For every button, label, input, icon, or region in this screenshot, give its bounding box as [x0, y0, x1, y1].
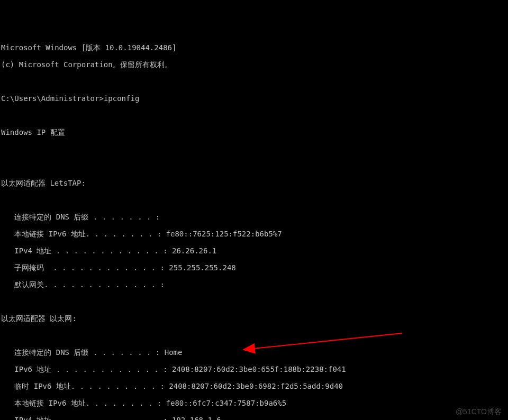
adapter-row: 连接特定的 DNS 后缀 . . . . . . . :: [1, 213, 508, 221]
adapter-row: IPv4 地址 . . . . . . . . . . . . : 192.16…: [1, 416, 508, 420]
row-label: 连接特定的 DNS 后缀 . . . . . . . :: [1, 213, 160, 221]
row-value: fe80::7625:125:f522:b6b5%7: [161, 230, 282, 238]
row-label: IPv4 地址 . . . . . . . . . . . . :: [1, 416, 168, 420]
adapter-row: 本地链接 IPv6 地址. . . . . . . . : fe80::7625…: [1, 230, 508, 238]
row-label: IPv6 地址 . . . . . . . . . . . . :: [1, 365, 168, 373]
ipconfig-title: Windows IP 配置: [1, 128, 508, 136]
adapter-row: 连接特定的 DNS 后缀 . . . . . . . : Home: [1, 348, 508, 357]
adapter-row: IPv6 地址 . . . . . . . . . . . . : 2408:8…: [1, 365, 508, 373]
adapter-row: 默认网关. . . . . . . . . . . . . :: [1, 280, 508, 289]
terminal-output[interactable]: Microsoft Windows [版本 10.0.19044.2486] (…: [0, 34, 508, 420]
row-label: 临时 IPv6 地址. . . . . . . . . . :: [1, 382, 165, 390]
row-value: 2408:8207:60d2:3be0:6982:f2d5:5add:9d40: [165, 382, 343, 390]
prompt-path: C:\Users\Administrator>: [1, 94, 104, 103]
blank: [1, 331, 508, 340]
row-value: 192.168.1.6: [168, 416, 221, 420]
header-copyright: (c) Microsoft Corporation。保留所有权利。: [1, 60, 508, 69]
adapter-row: 本地链接 IPv6 地址. . . . . . . . : fe80::6fc7…: [1, 399, 508, 407]
row-value: 26.26.26.1: [168, 246, 217, 255]
row-value: fe80::6fc7:c347:7587:b9a6%5: [161, 399, 286, 407]
header-version: Microsoft Windows [版本 10.0.19044.2486]: [1, 43, 508, 52]
command-text: ipconfig: [104, 94, 139, 103]
row-value: 255.255.255.248: [165, 263, 236, 272]
row-label: 连接特定的 DNS 后缀 . . . . . . . :: [1, 348, 160, 357]
watermark-text: @51CTO博客: [456, 407, 502, 416]
adapter-row: 子网掩码 . . . . . . . . . . . . : 255.255.2…: [1, 263, 508, 272]
adapter-title: 以太网适配器 以太网:: [1, 314, 508, 323]
adapter-row: 临时 IPv6 地址. . . . . . . . . . : 2408:820…: [1, 382, 508, 390]
blank: [1, 111, 508, 120]
blank: [1, 196, 508, 204]
adapter-title: 以太网适配器 LetsTAP:: [1, 179, 508, 187]
row-label: 子网掩码 . . . . . . . . . . . . :: [1, 263, 165, 272]
adapter-row: IPv4 地址 . . . . . . . . . . . . : 26.26.…: [1, 246, 508, 255]
row-value: 2408:8207:60d2:3be0:655f:188b:2238:f041: [168, 365, 346, 373]
row-value: Home: [160, 348, 182, 357]
blank: [1, 162, 508, 170]
prompt-line: C:\Users\Administrator>ipconfig: [1, 94, 508, 103]
row-label: 本地链接 IPv6 地址. . . . . . . . :: [1, 399, 161, 407]
row-label: IPv4 地址 . . . . . . . . . . . . :: [1, 246, 168, 255]
row-label: 默认网关. . . . . . . . . . . . . :: [1, 280, 165, 289]
row-label: 本地链接 IPv6 地址. . . . . . . . :: [1, 230, 161, 238]
blank: [1, 77, 508, 86]
blank: [1, 145, 508, 153]
blank: [1, 297, 508, 306]
